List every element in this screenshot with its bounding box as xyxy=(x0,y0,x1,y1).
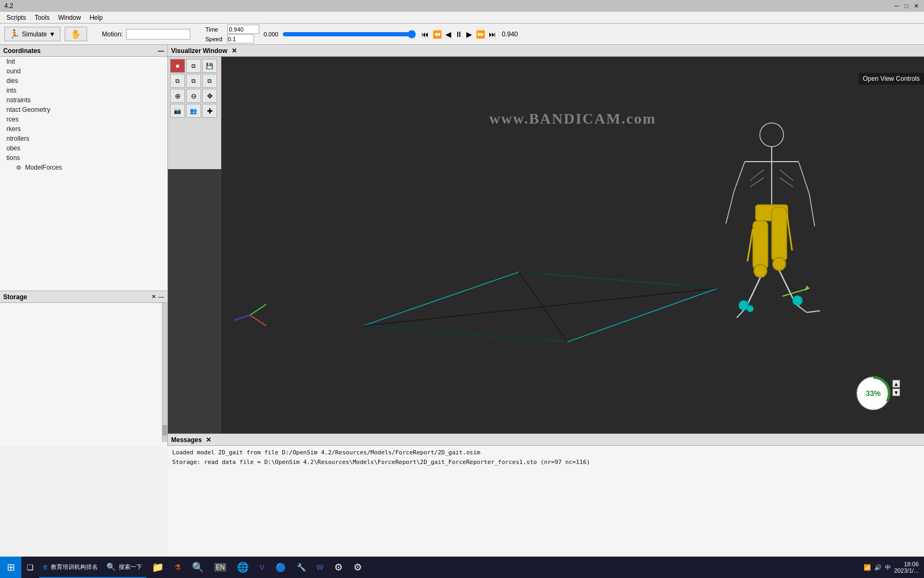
svg-line-3 xyxy=(363,326,567,342)
globe-icon: 🌐 xyxy=(237,561,249,573)
hand-tool-button[interactable]: ✋ xyxy=(65,27,87,41)
messages-content: Loaded model 2D_gait from file D:/OpenSi… xyxy=(168,446,924,469)
tree-item-ground[interactable]: ound xyxy=(0,66,167,76)
coordinates-close-button[interactable]: — xyxy=(158,47,164,55)
settings3-button[interactable]: ⚙ xyxy=(348,557,367,578)
menu-bar: Scripts Tools Window Help xyxy=(0,12,924,24)
zoom-in-button[interactable]: ⊕ xyxy=(170,89,185,103)
messages-close-button[interactable]: ✕ xyxy=(206,436,211,444)
rewind-button[interactable]: ◀ xyxy=(444,29,452,40)
app-title: 4.2 xyxy=(4,2,13,10)
fast-forward-button[interactable]: ⏩ xyxy=(475,29,486,40)
time-value-input[interactable] xyxy=(227,25,259,34)
ie-icon: e xyxy=(43,562,48,571)
opensim-button[interactable]: ⚗ xyxy=(169,557,187,578)
storage-close-x[interactable]: ✕ xyxy=(151,293,156,300)
maximize-button[interactable]: □ xyxy=(903,2,910,10)
tree-item-probes[interactable]: obes xyxy=(0,143,167,153)
menu-scripts[interactable]: Scripts xyxy=(2,13,30,22)
tree-item-markers[interactable]: rkers xyxy=(0,124,167,134)
new-model-button[interactable]: ■ xyxy=(170,59,185,73)
open-file-button[interactable]: ⧉ xyxy=(186,59,201,73)
lang-indicator[interactable]: 中 xyxy=(885,564,891,572)
tree-item-controllers[interactable]: ntrollers xyxy=(0,134,167,143)
chrome-icon: 🔵 xyxy=(275,562,286,573)
menu-help[interactable]: Help xyxy=(85,13,107,22)
3d-viewport[interactable]: www.BANDICAM.com Open View Controls xyxy=(221,57,924,434)
minimize-button[interactable]: ─ xyxy=(893,2,900,10)
playback-controls: ⏮ ⏪ ◀ ⏸ ▶ ⏩ ⏭ xyxy=(420,29,497,40)
start-button[interactable]: ⊞ xyxy=(0,557,21,578)
tree-item-model-forces[interactable]: ⚙ ModelForces xyxy=(0,163,167,172)
tree-item-contact-geometry[interactable]: ntact Geometry xyxy=(0,105,167,115)
settings2-button[interactable]: ⚙ xyxy=(329,557,348,578)
run-icon: 🏃 xyxy=(9,29,20,39)
viz-tool-row-1: ■ ⧉ 💾 xyxy=(170,59,219,73)
svg-line-14 xyxy=(810,194,815,226)
svg-line-2 xyxy=(519,272,567,342)
visualizer-toolbar: ■ ⧉ 💾 ⧉ ⧉ ⧉ ⊕ ⊖ ✥ 📷 👥 ✚ xyxy=(168,57,221,169)
simulate-button[interactable]: 🏃 Simulate ▼ xyxy=(4,27,60,41)
scrollbar-handle[interactable] xyxy=(162,425,167,436)
menu-window[interactable]: Window xyxy=(54,13,86,22)
progress-circle: 33% ▲ ▼ xyxy=(854,375,892,412)
globe-button[interactable]: 🌐 xyxy=(232,557,254,578)
file-explorer-button[interactable]: 📁 xyxy=(147,557,169,578)
tree-item-forces[interactable]: rces xyxy=(0,115,167,124)
tree-item-motions[interactable]: tions xyxy=(0,153,167,163)
pan-button[interactable]: ✥ xyxy=(202,89,217,103)
ie-label: 教育培训机构排名 xyxy=(51,563,98,571)
cross-button[interactable]: ✚ xyxy=(202,104,217,118)
save-button[interactable]: 💾 xyxy=(202,59,217,73)
window-controls: ─ □ ✕ xyxy=(893,2,920,10)
camera-button[interactable]: 📷 xyxy=(170,104,185,118)
pause-button[interactable]: ⏸ xyxy=(454,29,464,40)
search2-button[interactable]: 🔍 xyxy=(187,557,209,578)
view-button-3[interactable]: ⧉ xyxy=(202,74,217,88)
progress-down[interactable]: ▼ xyxy=(892,389,900,396)
svg-line-25 xyxy=(737,310,744,318)
visio-button[interactable]: V xyxy=(254,557,270,578)
view-button-1[interactable]: ⧉ xyxy=(170,74,185,88)
search-app[interactable]: 🔍 搜索一下 xyxy=(102,557,147,578)
svg-line-28 xyxy=(748,229,753,261)
playback-slider[interactable] xyxy=(282,30,416,39)
scrollbar[interactable] xyxy=(162,303,167,442)
storage-title: Storage xyxy=(3,293,27,301)
tree-item-bodies[interactable]: dies xyxy=(0,76,167,86)
motion-input[interactable] xyxy=(126,29,190,40)
storage-collapse[interactable]: — xyxy=(158,293,164,300)
task-view-button[interactable]: ❑ xyxy=(21,557,39,578)
zoom-out-button[interactable]: ⊖ xyxy=(186,89,201,103)
tool2-button[interactable]: 🔧 xyxy=(291,557,311,578)
visualizer-window: Visualizer Window ✕ ■ ⧉ 💾 ⧉ ⧉ ⧉ ⊕ ⊖ ✥ 📷 … xyxy=(168,45,924,434)
coordinates-panel-header: Coordinates — xyxy=(0,45,167,57)
ie-app[interactable]: e 教育培训机构排名 xyxy=(39,557,102,578)
en-button[interactable]: EN xyxy=(209,557,232,578)
close-button[interactable]: ✕ xyxy=(912,2,920,10)
play-button[interactable]: ▶ xyxy=(465,29,473,40)
end-time-value: 0.940 xyxy=(502,31,518,38)
tree-item-constraints[interactable]: nstraints xyxy=(0,95,167,105)
skip-to-end-button[interactable]: ⏭ xyxy=(488,29,497,40)
time-label: Time xyxy=(205,26,224,33)
step-back-button[interactable]: ⏪ xyxy=(432,29,443,40)
svg-line-13 xyxy=(726,191,734,223)
chrome-button[interactable]: 🔵 xyxy=(270,557,291,578)
speed-input[interactable] xyxy=(227,34,254,43)
svg-marker-35 xyxy=(805,285,809,291)
folder-icon: 📁 xyxy=(152,561,164,573)
view-button-2[interactable]: ⧉ xyxy=(186,74,201,88)
dropdown-icon: ▼ xyxy=(49,31,56,38)
word-button[interactable]: W xyxy=(311,557,329,578)
svg-line-34 xyxy=(782,288,809,296)
progress-up[interactable]: ▲ xyxy=(892,380,900,387)
tree-item-init[interactable]: Init xyxy=(0,57,167,66)
skip-to-start-button[interactable]: ⏮ xyxy=(420,29,430,40)
svg-point-8 xyxy=(760,123,783,147)
menu-tools[interactable]: Tools xyxy=(30,13,54,22)
people-button[interactable]: 👥 xyxy=(186,104,201,118)
tree-item-joints[interactable]: ints xyxy=(0,86,167,95)
visualizer-close-button[interactable]: ✕ xyxy=(232,47,237,55)
search-label: 搜索一下 xyxy=(119,563,142,571)
